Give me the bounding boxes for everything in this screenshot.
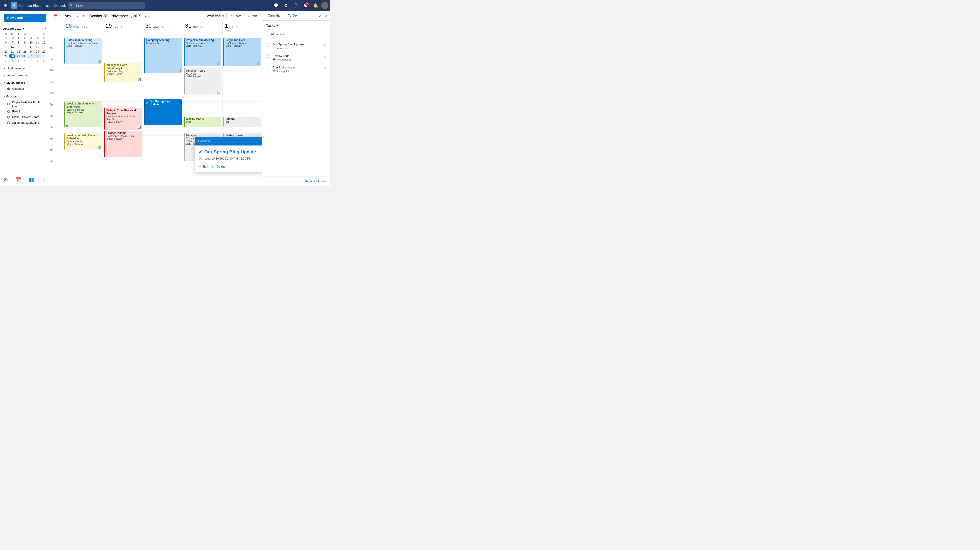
add-task-row[interactable]: + Add a task — [266, 30, 326, 38]
manage-all-tasks[interactable]: Manage all tasks — [262, 176, 330, 185]
mini-cal-day[interactable]: 5 — [16, 59, 22, 63]
date-range-expand[interactable]: ▾ — [145, 14, 146, 18]
mini-cal-prev[interactable]: ‹ — [41, 26, 44, 31]
mini-cal-day[interactable]: 9 — [22, 40, 28, 45]
mini-cal-day[interactable]: 15 — [16, 45, 22, 49]
calendar-item[interactable]: Calendar — [0, 86, 50, 92]
event-weekly-marke[interactable]: Weekly Marke TBD — [184, 117, 221, 127]
group-item-sales[interactable]: Sales and Marketing — [0, 120, 50, 125]
task-checkbox[interactable] — [266, 43, 270, 47]
event-weekly-engineers[interactable]: Weekly check-in with Engineers Engineeri… — [64, 101, 102, 127]
nav-calendar-icon[interactable]: 📅 — [13, 176, 23, 184]
nav-mail-icon[interactable]: ✉ — [2, 176, 10, 184]
tab-calendar[interactable]: Calendar — [264, 11, 285, 21]
mini-cal-day-today[interactable]: 28 — [9, 54, 16, 59]
mini-cal-day[interactable]: 4 — [9, 59, 16, 63]
event-weekly-french[interactable]: Weekly call with French Subsidiar Online… — [64, 133, 102, 150]
task-star[interactable]: ☆ — [323, 43, 326, 47]
mini-cal-day[interactable]: 21 — [9, 49, 16, 54]
notifications-btn[interactable]: 💬 7 — [301, 1, 310, 10]
event-sales-team[interactable]: Sales Team Meeting Conference Room - Ada… — [64, 38, 102, 64]
mini-cal-day[interactable]: 20 — [3, 49, 9, 54]
mini-cal-day[interactable]: 6 — [3, 40, 9, 45]
mini-cal-day[interactable]: 23 — [22, 49, 28, 54]
mini-cal-day[interactable]: 4 — [34, 36, 41, 40]
event-weekly-subsidiary[interactable]: Weekly call with Subsidiary L Online Mee… — [104, 63, 142, 82]
mini-cal-day[interactable]: 2 — [41, 54, 47, 59]
new-event-button[interactable]: New event — [4, 14, 46, 22]
today-button[interactable]: Today — [60, 13, 74, 19]
task-star[interactable]: ☆ — [323, 54, 326, 59]
mini-cal-day[interactable]: 12 — [41, 40, 47, 45]
mini-cal-day[interactable]: 13 — [3, 45, 9, 49]
event-company-meeting[interactable]: Company Meeting Christie Cline 🔄 — [144, 38, 181, 73]
mini-cal-day[interactable]: 5 — [41, 36, 47, 40]
print-button[interactable]: 🖨 Print — [245, 13, 259, 19]
mini-cal-day[interactable]: 29 — [3, 36, 9, 40]
nav-tasks-icon[interactable]: ✓ — [40, 176, 48, 184]
mini-cal-day[interactable]: 3 — [28, 36, 34, 40]
view-selector[interactable]: Work week ▾ — [205, 13, 227, 19]
mini-cal-day[interactable]: 3 — [3, 59, 9, 63]
mini-cal-day[interactable]: 22 — [16, 49, 22, 54]
edit-button[interactable]: ✏ Edit — [199, 165, 208, 168]
tab-todo[interactable]: To Do — [285, 11, 301, 21]
event-project-team[interactable]: Project Team Meeting Conference Room Lid… — [184, 38, 221, 66]
mini-cal-day[interactable]: 31 — [28, 54, 34, 59]
mini-cal-day[interactable]: 26 — [41, 49, 47, 54]
mini-cal-day[interactable]: 14 — [9, 45, 16, 49]
task-checkbox[interactable] — [266, 54, 270, 59]
nav-people-icon[interactable]: 👥 — [26, 176, 37, 184]
mini-cal-day[interactable]: 1 — [34, 54, 41, 59]
mini-cal-day[interactable]: 11 — [34, 40, 41, 45]
prev-button[interactable]: ‹ — [76, 13, 80, 19]
mini-cal-day[interactable]: 24 — [28, 49, 34, 54]
day-col-wed[interactable]: Company Meeting Christie Cline 🔄 ✔ Our S… — [143, 33, 183, 158]
mini-cal-day[interactable]: 7 — [28, 59, 34, 63]
group-item-retail[interactable]: Retail — [0, 109, 50, 114]
mini-cal-day[interactable]: 18 — [34, 45, 41, 49]
mini-cal-day[interactable]: 8 — [34, 59, 41, 63]
mini-cal-day[interactable]: 25 — [34, 49, 41, 54]
import-calendar-link[interactable]: ↑ Import calendar — [0, 72, 50, 79]
mini-cal-day[interactable]: 27 — [3, 54, 9, 59]
mini-cal-day[interactable]: 30 — [22, 54, 28, 59]
task-checkbox[interactable] — [266, 66, 270, 70]
feedback-btn[interactable]: 💬 — [271, 1, 280, 10]
mini-cal-day[interactable]: 8 — [16, 40, 22, 45]
mini-cal-day[interactable]: 2 — [22, 36, 28, 40]
search-box[interactable]: 🔍 — [68, 2, 145, 9]
mini-cal-day[interactable]: 6 — [22, 59, 28, 63]
group-item-digital[interactable]: Digital Initiative Public R... — [0, 100, 50, 109]
task-star[interactable]: ☆ — [323, 66, 326, 70]
event-tailspin-proj[interactable]: Tailspin Projec My Office Isaiah Langer … — [184, 68, 221, 95]
event-tailspin-proposal[interactable]: Tailspin Toys Proposal Review Umi Sake H… — [104, 108, 142, 130]
search-input[interactable] — [75, 4, 142, 7]
event-legal-exec[interactable]: Legal and Exec Conference Room Lidia Hol… — [223, 38, 261, 66]
help-btn[interactable]: ❓ — [291, 1, 300, 10]
mini-cal-day[interactable]: 19 — [41, 45, 47, 49]
tasks-header[interactable]: Tasks ▾ — [266, 23, 326, 27]
mini-cal-day[interactable]: 16 — [22, 45, 28, 49]
mini-cal-day[interactable]: 29 — [16, 54, 22, 59]
group-item-mark8[interactable]: Mark 8 Project Team — [0, 114, 50, 120]
mini-cal-day[interactable]: 1 — [16, 36, 22, 40]
groups-header[interactable]: ▾ Groups — [0, 94, 50, 100]
mini-cal-day[interactable]: 30 — [9, 36, 16, 40]
share-button[interactable]: ↗ Share — [228, 13, 243, 19]
mini-cal-month[interactable]: October 2019 — [3, 27, 21, 30]
settings-btn[interactable]: ⚙ — [281, 1, 290, 10]
my-calendars-header[interactable]: ▾ My calendars — [0, 80, 50, 86]
mini-cal-next[interactable]: › — [44, 26, 47, 31]
add-calendar-link[interactable]: + Add calendar — [0, 65, 50, 72]
close-panel-btn[interactable]: ✕ — [324, 13, 328, 19]
mini-cal-day[interactable]: 9 — [41, 59, 47, 63]
apps-icon[interactable]: ⊞ — [2, 1, 9, 10]
mini-cal-day[interactable]: 7 — [9, 40, 16, 45]
expand-panel-btn[interactable]: ⤢ — [318, 13, 323, 19]
day-col-tue[interactable]: Weekly call with Subsidiary L Online Mee… — [103, 33, 143, 158]
mini-cal-day[interactable]: 17 — [28, 45, 34, 49]
bell-btn[interactable]: 🔔 — [311, 1, 320, 10]
next-button[interactable]: › — [82, 13, 86, 19]
mini-cal-day[interactable]: 10 — [28, 40, 34, 45]
